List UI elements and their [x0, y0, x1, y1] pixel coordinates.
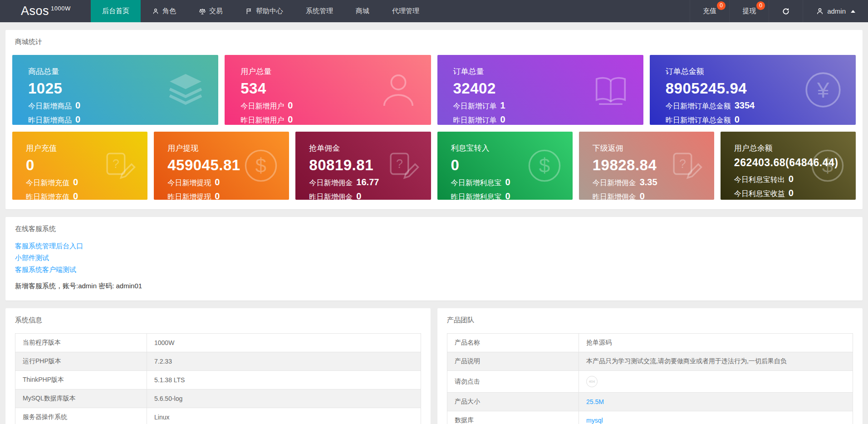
table-row: 请勿点击 404 [447, 371, 853, 393]
username: admin [827, 7, 846, 15]
person-icon [152, 8, 159, 15]
menu-item-system[interactable]: 系统管理 [294, 0, 344, 22]
service-client-test-link[interactable]: 客服系统客户端测试 [15, 264, 76, 276]
stat-card-user-withdraw: 用户提现 459045.81 今日新增提现0 昨日新增提现0 $ [154, 132, 289, 200]
card-stat-line: 今日新增佣金3.35 [593, 177, 714, 188]
user-menu[interactable]: admin [803, 0, 868, 22]
card-stat-line: 昨日新增充值0 [26, 191, 147, 200]
table-row: MySQL数据库版本 5.6.50-log [15, 389, 421, 408]
card-value: 19828.84 [593, 157, 714, 174]
recharge-button[interactable]: 充值 0 [690, 0, 729, 22]
table-row: 数据库 mysql [447, 411, 853, 424]
service-admin-entry-link[interactable]: 客服系统管理后台入口 [15, 240, 83, 252]
card-stat-line: 今日新增订单1 [453, 100, 643, 111]
menu-item-label: 后台首页 [102, 7, 129, 15]
table-row: 运行PHP版本 7.2.33 [15, 352, 421, 371]
person-icon [816, 7, 824, 15]
withdraw-label: 提现 [742, 7, 756, 15]
mall-stats-panel: 商城统计 商品总量 1025 今日新增商品0 昨日新增商品0 [5, 30, 863, 209]
card-stat-line: 今日新增佣金16.77 [309, 177, 431, 188]
menu-item-label: 系统管理 [306, 7, 333, 15]
withdraw-button[interactable]: 提现 0 [729, 0, 769, 22]
menu-item-help-center[interactable]: 帮助中心 [234, 0, 294, 22]
card-title: 订单总金额 [666, 66, 856, 77]
stat-card-user-balance: 用户总余额 262403.68(64846.44) 今日利息宝转出0 今日利息宝… [721, 132, 856, 200]
card-stat-line: 今日利息宝收益0 [734, 188, 856, 199]
stat-card-products: 商品总量 1025 今日新增商品0 昨日新增商品0 [12, 55, 218, 125]
card-stat-line: 昨日新增佣金0 [309, 191, 431, 200]
card-stat-line: 今日新增利息宝0 [451, 177, 573, 188]
navbar-right: 充值 0 提现 0 admin [690, 0, 868, 22]
card-value: 262403.68(64846.44) [734, 157, 856, 169]
stat-card-orders: 订单总量 32402 今日新增订单1 昨日新增订单0 [437, 55, 643, 125]
table-row: 产品名称 抢单源码 [447, 334, 853, 352]
card-stat-line: 今日利息宝转出0 [734, 174, 856, 185]
menu-item-label: 商城 [356, 7, 369, 15]
stat-card-users: 用户总量 534 今日新增用户0 昨日新增用户0 [225, 55, 431, 125]
panel-title: 产品团队 [437, 308, 863, 330]
table-row: 产品说明 本产品只为学习测试交流,请勿要做商业或者用于违法行为,一切后果自负 [447, 352, 853, 371]
stat-cards: 商品总量 1025 今日新增商品0 昨日新增商品0 [5, 52, 863, 209]
system-info-panel: 系统信息 当前程序版本 1000W 运行PHP版本 7.2.33 ThinkPH… [5, 308, 431, 424]
card-stat-line: 今日新增订单总金额3354 [666, 100, 856, 111]
menu-item-home[interactable]: 后台首页 [91, 0, 141, 22]
card-value: 80819.81 [309, 157, 431, 174]
product-size-link[interactable]: 25.5M [586, 398, 604, 405]
menu-item-label: 帮助中心 [256, 7, 283, 15]
card-stat-line: 今日新增提现0 [167, 177, 289, 188]
card-stat-line: 今日新增用户0 [240, 100, 431, 111]
withdraw-badge: 0 [756, 1, 765, 10]
recharge-badge: 0 [717, 1, 726, 10]
stat-card-user-recharge: 用户充值 0 今日新增充值0 昨日新增充值0 ? [12, 132, 147, 200]
card-title: 用户总量 [240, 66, 431, 77]
top-navbar: Asos 1000W 后台首页 角色 交易 [0, 0, 868, 22]
flag-icon [245, 8, 253, 15]
stat-card-grab-commission: 抢单佣金 80819.81 今日新增佣金16.77 昨日新增佣金0 ? [295, 132, 431, 200]
card-title: 商品总量 [28, 66, 218, 77]
panel-title: 商城统计 [5, 30, 863, 52]
card-value: 8905245.94 [666, 80, 856, 97]
logo-text: Asos [21, 4, 49, 18]
stat-card-interest-in: 利息宝转入 0 今日新增利息宝0 昨日新增利息宝0 $ [437, 132, 573, 200]
table-row: ThinkPHP版本 5.1.38 LTS [15, 371, 421, 389]
card-title: 用户提现 [167, 143, 289, 153]
card-value: 534 [240, 80, 431, 97]
menu-item-roles[interactable]: 角色 [141, 0, 187, 22]
table-row: 产品大小 25.5M [447, 393, 853, 411]
widget-test-link[interactable]: 小部件测试 [15, 252, 49, 264]
card-title: 抢单佣金 [309, 143, 431, 153]
table-row: 服务器操作系统 Linux [15, 408, 421, 424]
main-menu: 后台首页 角色 交易 帮 [91, 0, 431, 22]
card-title: 订单总量 [453, 66, 643, 77]
card-stat-line: 昨日新增佣金0 [593, 191, 714, 200]
card-value: 32402 [453, 80, 643, 97]
card-stat-line: 今日新增商品0 [28, 100, 218, 111]
refresh-icon [782, 7, 790, 15]
card-value: 0 [26, 157, 147, 174]
menu-item-label: 代理管理 [392, 7, 419, 15]
table-row: 当前程序版本 1000W [15, 334, 421, 352]
service-account-note: 新增客服系统，账号:admin 密码: admin01 [15, 282, 853, 291]
card-title: 利息宝转入 [451, 143, 573, 153]
card-stat-line: 昨日新增利息宝0 [451, 191, 573, 200]
card-title: 用户充值 [26, 143, 147, 153]
404-badge-icon[interactable]: 404 [586, 376, 598, 387]
card-title: 下级返佣 [593, 143, 714, 153]
menu-item-mall[interactable]: 商城 [344, 0, 381, 22]
card-value: 1025 [28, 80, 218, 97]
stat-card-sub-rebate: 下级返佣 19828.84 今日新增佣金3.35 昨日新增佣金0 ? [579, 132, 714, 200]
product-team-table: 产品名称 抢单源码 产品说明 本产品只为学习测试交流,请勿要做商业或者用于违法行… [447, 333, 853, 424]
menu-item-agent[interactable]: 代理管理 [381, 0, 431, 22]
menu-item-label: 角色 [162, 7, 176, 15]
chevron-up-icon [851, 10, 855, 13]
database-link[interactable]: mysql [586, 417, 603, 424]
panel-title: 系统信息 [5, 308, 431, 330]
card-stat-line: 昨日新增商品0 [28, 114, 218, 125]
menu-item-trade[interactable]: 交易 [187, 0, 234, 22]
stat-card-order-amount: 订单总金额 8905245.94 今日新增订单总金额3354 昨日新增订单总金额… [650, 55, 856, 125]
card-stat-line: 昨日新增提现0 [167, 191, 289, 200]
refresh-button[interactable] [769, 0, 803, 22]
recharge-label: 充值 [703, 7, 716, 15]
scales-icon [199, 8, 206, 15]
logo-version: 1000W [51, 5, 71, 12]
